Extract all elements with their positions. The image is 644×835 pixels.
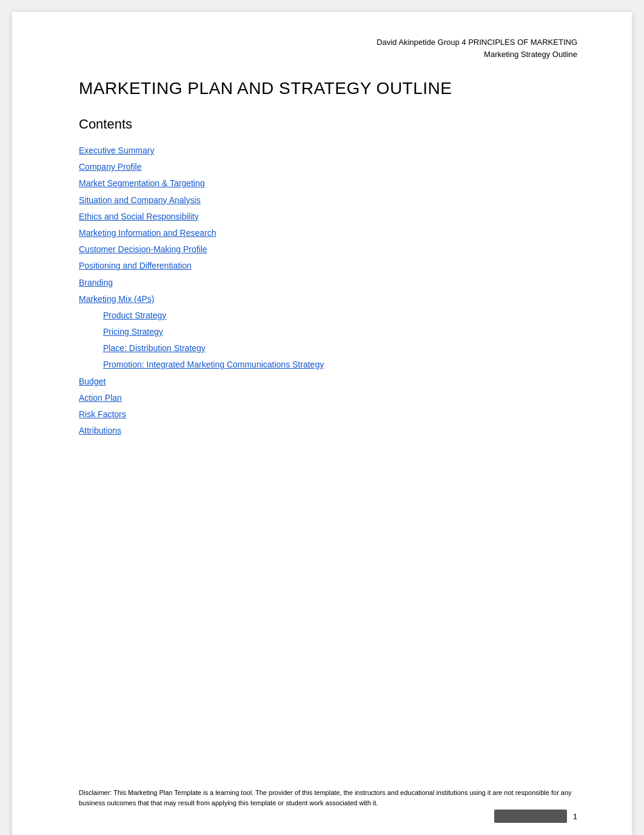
header-line1: David Akinpetide Group 4 PRINCIPLES OF M…: [377, 36, 577, 49]
toc-link[interactable]: Ethics and Social Responsibility: [79, 212, 199, 221]
page-number: 1: [573, 812, 577, 821]
toc-sub-item: Product Strategy: [103, 308, 577, 323]
toc-item: Ethics and Social Responsibility: [79, 209, 577, 224]
toc-item: Company Profile: [79, 159, 577, 175]
toc-link[interactable]: Promotion: Integrated Marketing Communic…: [103, 360, 324, 369]
toc-link[interactable]: Market Segmentation & Targeting: [79, 178, 205, 188]
toc-link[interactable]: Attributions: [79, 426, 121, 435]
toc-item: Positioning and Differentiation: [79, 258, 577, 273]
document-page: David Akinpetide Group 4 PRINCIPLES OF M…: [12, 12, 632, 835]
toc-link[interactable]: Situation and Company Analysis: [79, 195, 201, 205]
disclaimer-text: Disclaimer: This Marketing Plan Template…: [79, 788, 577, 808]
contents-heading: Contents: [79, 116, 577, 132]
toc-sub-item: Promotion: Integrated Marketing Communic…: [103, 357, 577, 372]
table-of-contents: Executive SummaryCompany ProfileMarket S…: [79, 143, 577, 438]
toc-link[interactable]: Budget: [79, 377, 106, 386]
document-header: David Akinpetide Group 4 PRINCIPLES OF M…: [377, 36, 577, 60]
toc-link[interactable]: Risk Factors: [79, 409, 126, 419]
toc-link[interactable]: Branding: [79, 278, 113, 287]
toc-link[interactable]: Place: Distribution Strategy: [103, 343, 206, 353]
main-title: MARKETING PLAN AND STRATEGY OUTLINE: [79, 79, 577, 98]
toc-item: Market Segmentation & Targeting: [79, 176, 577, 191]
toc-item: Attributions: [79, 423, 577, 438]
toc-link[interactable]: Product Strategy: [103, 310, 166, 320]
toc-sub-item: Place: Distribution Strategy: [103, 341, 577, 356]
toc-sub-item: Pricing Strategy: [103, 324, 577, 340]
header-line2: Marketing Strategy Outline: [377, 49, 577, 61]
toc-item: Branding: [79, 275, 577, 290]
toc-link[interactable]: Company Profile: [79, 162, 142, 172]
toc-item: Executive Summary: [79, 143, 577, 158]
toc-link[interactable]: Action Plan: [79, 393, 122, 403]
toc-item: Situation and Company Analysis: [79, 193, 577, 208]
toc-link[interactable]: Customer Decision-Making Profile: [79, 244, 207, 254]
toc-item: Action Plan: [79, 391, 577, 406]
toc-item: Marketing Information and Research: [79, 226, 577, 241]
toc-link[interactable]: Executive Summary: [79, 146, 154, 155]
toc-item: Risk Factors: [79, 407, 577, 422]
toc-item: Budget: [79, 374, 577, 389]
toc-item: Marketing Mix (4Ps): [79, 292, 577, 307]
toc-item: Customer Decision-Making Profile: [79, 242, 577, 257]
page-number-area: 1: [494, 810, 577, 823]
page-number-bar-decoration: [494, 810, 567, 823]
toc-link[interactable]: Marketing Mix (4Ps): [79, 294, 154, 304]
toc-link[interactable]: Marketing Information and Research: [79, 228, 216, 238]
toc-link[interactable]: Positioning and Differentiation: [79, 261, 192, 270]
toc-link[interactable]: Pricing Strategy: [103, 327, 163, 337]
